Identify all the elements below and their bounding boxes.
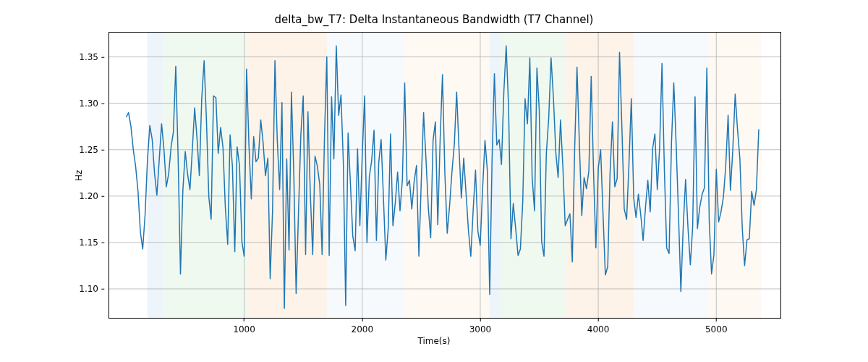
figure: delta_bw_T7: Delta Instantaneous Bandwid… — [0, 0, 868, 362]
y-tick: 1.35 — [79, 51, 104, 62]
y-tick: 1.15 — [79, 237, 104, 248]
x-tick-label: 3000 — [469, 324, 492, 334]
y-tick-label: 1.15 — [79, 237, 98, 248]
x-tick-label: 4000 — [587, 324, 610, 334]
y-tick: 1.25 — [79, 145, 104, 156]
chart-title: delta_bw_T7: Delta Instantaneous Bandwid… — [0, 13, 868, 26]
x-tick: 1000 — [233, 319, 255, 334]
y-tick: 1.20 — [79, 191, 104, 202]
x-tick-label: 1000 — [233, 324, 255, 334]
axes-border — [109, 32, 781, 319]
y-tick-label: 1.20 — [79, 191, 98, 201]
y-tick-label: 1.35 — [79, 52, 98, 62]
y-tick-label: 1.10 — [79, 284, 98, 294]
x-tick: 4000 — [587, 319, 610, 334]
x-tick: 2000 — [352, 319, 374, 334]
y-axis-label: Hz — [74, 170, 84, 181]
x-tick-label: 2000 — [352, 324, 374, 334]
x-tick-label: 5000 — [705, 324, 728, 334]
y-tick-label: 1.30 — [79, 98, 98, 109]
x-tick: 3000 — [469, 319, 492, 334]
y-tick: 1.30 — [79, 98, 104, 109]
y-tick-label: 1.25 — [79, 145, 98, 155]
y-tick: 1.10 — [79, 284, 104, 295]
x-axis-label: Time(s) — [0, 336, 868, 346]
plot-area — [109, 32, 781, 319]
x-tick: 5000 — [705, 319, 728, 334]
